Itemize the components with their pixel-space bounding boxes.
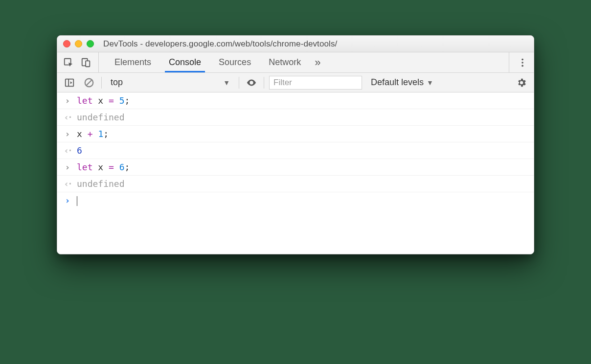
zoom-window-button[interactable] [87,40,94,47]
close-window-button[interactable] [63,40,70,47]
console-input-row: ›let x = 5; [57,92,534,109]
code-text: let x = 6; [77,162,130,172]
filter-input-wrapper [269,76,362,90]
console-output[interactable]: ›let x = 5;‹·undefined›x + 1;‹·6›let x =… [57,92,534,254]
input-marker-icon: › [63,95,72,106]
filter-input[interactable] [273,78,358,88]
console-output-row: ‹·undefined [57,109,534,126]
code-text [77,195,77,206]
input-marker-icon: › [63,129,72,139]
console-input-row: ›x + 1; [57,126,534,142]
separator [264,77,264,89]
input-marker-icon: › [63,162,72,172]
code-text: undefined [77,179,125,189]
kebab-menu-icon[interactable] [515,55,530,70]
svg-point-5 [522,65,523,67]
panel-tabs: Elements Console Sources Network » [106,52,509,72]
chevron-down-icon: ▼ [223,79,230,87]
console-settings-gear-icon[interactable] [514,75,529,90]
svg-point-4 [522,62,523,64]
overflow-tabs-button[interactable]: » [310,52,325,72]
devtools-window: DevTools - developers.google.com/web/too… [57,35,534,254]
console-output-row: ‹·undefined [57,176,534,192]
levels-label: Default levels [371,77,424,88]
chevron-down-icon: ▼ [427,79,433,87]
tab-sources[interactable]: Sources [210,52,260,72]
live-expression-eye-icon[interactable] [244,75,259,90]
svg-rect-6 [66,79,74,86]
code-text: let x = 5; [77,95,130,106]
execution-context-select[interactable]: top ▼ [107,77,234,88]
context-value: top [111,77,123,88]
minimize-window-button[interactable] [75,40,82,47]
device-toggle-icon[interactable] [79,55,93,70]
separator [101,77,102,89]
separator [239,77,239,89]
output-marker-icon: ‹· [63,112,72,122]
tab-console[interactable]: Console [160,52,210,72]
text-cursor [77,196,77,206]
svg-rect-2 [86,61,90,67]
window-titlebar: DevTools - developers.google.com/web/too… [57,36,534,52]
output-marker-icon: ‹· [63,145,72,156]
svg-line-9 [87,80,92,85]
console-output-row: ‹·6 [57,142,534,159]
tab-network[interactable]: Network [260,52,310,72]
output-marker-icon: ‹· [63,179,72,189]
toggle-sidebar-icon[interactable] [62,75,77,90]
svg-point-3 [522,58,523,60]
prompt-marker-icon: › [63,195,72,205]
window-title: DevTools - developers.google.com/web/too… [103,39,337,49]
console-input-row: ›let x = 6; [57,159,534,176]
console-prompt-row: › [57,192,534,209]
log-levels-select[interactable]: Default levels ▼ [367,77,437,88]
traffic-lights [63,40,94,47]
code-text: undefined [77,112,125,122]
devtools-tabbar: Elements Console Sources Network » [57,52,534,73]
clear-console-icon[interactable] [82,75,96,90]
tab-elements[interactable]: Elements [106,52,160,72]
code-text: 6 [77,145,82,156]
code-text: x + 1; [77,129,109,139]
inspect-element-icon[interactable] [61,55,76,70]
console-subtoolbar: top ▼ Default levels ▼ [57,73,534,92]
